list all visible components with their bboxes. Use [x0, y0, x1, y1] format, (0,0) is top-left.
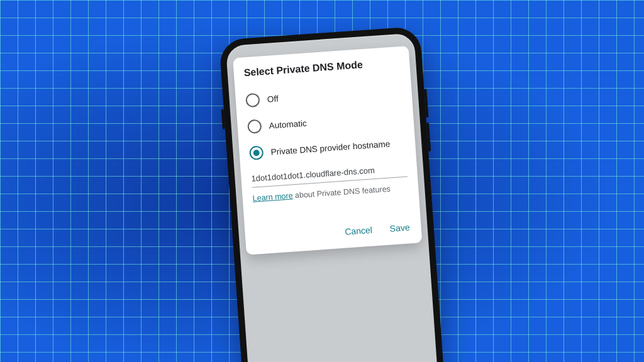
dialog-actions: Cancel Save: [255, 219, 411, 249]
learn-more-text: about Private DNS features: [292, 185, 391, 200]
learn-more-line: Learn more about Private DNS features: [252, 184, 408, 203]
private-dns-dialog: Select Private DNS Mode Off Automatic Pr…: [233, 46, 422, 255]
radio-icon: [247, 119, 262, 134]
radio-label-hostname: Private DNS provider hostname: [270, 139, 390, 156]
learn-more-link[interactable]: Learn more: [252, 191, 293, 202]
radio-icon-checked: [249, 145, 264, 160]
radio-label-automatic: Automatic: [269, 118, 307, 130]
radio-icon: [245, 93, 260, 107]
dialog-title: Select Private DNS Mode: [243, 57, 400, 79]
radio-label-off: Off: [267, 94, 279, 104]
save-button[interactable]: Save: [388, 219, 412, 236]
phone-side-button-left: [221, 109, 225, 129]
phone-frame: Select Private DNS Mode Off Automatic Pr…: [219, 26, 448, 362]
cancel-button[interactable]: Cancel: [343, 222, 374, 239]
